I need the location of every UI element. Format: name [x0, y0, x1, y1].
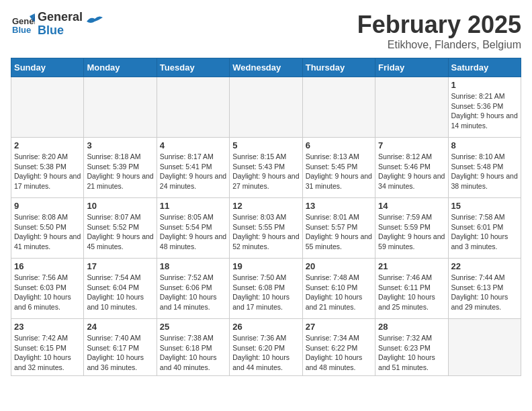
calendar-cell: 23Sunrise: 7:42 AM Sunset: 6:15 PM Dayli… — [11, 319, 84, 376]
header: General Blue General Blue February 2025 … — [11, 11, 521, 51]
calendar-cell — [230, 77, 302, 138]
calendar-header-row: SundayMondayTuesdayWednesdayThursdayFrid… — [11, 58, 521, 77]
calendar-cell: 3Sunrise: 8:18 AM Sunset: 5:39 PM Daylig… — [84, 138, 157, 198]
day-number: 7 — [378, 140, 445, 150]
day-number: 21 — [378, 261, 445, 271]
calendar-cell — [84, 77, 157, 138]
day-number: 16 — [14, 261, 81, 271]
calendar-cell: 25Sunrise: 7:38 AM Sunset: 6:18 PM Dayli… — [157, 319, 229, 376]
day-number: 17 — [87, 261, 153, 271]
day-info: Sunrise: 7:46 AM Sunset: 6:11 PM Dayligh… — [378, 273, 445, 312]
day-number: 4 — [160, 140, 226, 150]
day-number: 19 — [232, 261, 299, 271]
day-info: Sunrise: 7:52 AM Sunset: 6:06 PM Dayligh… — [160, 273, 226, 312]
day-number: 13 — [306, 201, 372, 211]
day-number: 8 — [451, 140, 518, 150]
calendar-cell: 15Sunrise: 7:58 AM Sunset: 6:01 PM Dayli… — [448, 198, 521, 259]
calendar-cell: 28Sunrise: 7:32 AM Sunset: 6:23 PM Dayli… — [375, 319, 448, 376]
calendar-cell: 5Sunrise: 8:15 AM Sunset: 5:43 PM Daylig… — [230, 138, 302, 198]
day-number: 20 — [306, 261, 372, 271]
calendar-table: SundayMondayTuesdayWednesdayThursdayFrid… — [11, 58, 521, 376]
calendar-cell: 24Sunrise: 7:40 AM Sunset: 6:17 PM Dayli… — [84, 319, 157, 376]
day-info: Sunrise: 8:21 AM Sunset: 5:36 PM Dayligh… — [451, 91, 518, 131]
calendar-cell: 12Sunrise: 8:03 AM Sunset: 5:55 PM Dayli… — [230, 198, 302, 259]
day-number: 25 — [160, 322, 226, 332]
day-info: Sunrise: 7:36 AM Sunset: 6:20 PM Dayligh… — [232, 333, 299, 373]
calendar-cell: 6Sunrise: 8:13 AM Sunset: 5:45 PM Daylig… — [302, 138, 375, 198]
title-area: February 2025 Etikhove, Flanders, Belgiu… — [357, 11, 521, 51]
day-number: 15 — [451, 201, 518, 211]
day-info: Sunrise: 8:17 AM Sunset: 5:41 PM Dayligh… — [160, 152, 226, 191]
column-header-wednesday: Wednesday — [230, 58, 302, 77]
day-info: Sunrise: 7:58 AM Sunset: 6:01 PM Dayligh… — [451, 212, 518, 252]
day-info: Sunrise: 8:01 AM Sunset: 5:57 PM Dayligh… — [306, 212, 372, 252]
day-number: 1 — [451, 80, 518, 90]
calendar-week-2: 9Sunrise: 8:08 AM Sunset: 5:50 PM Daylig… — [11, 198, 521, 259]
column-header-friday: Friday — [375, 58, 448, 77]
calendar-cell — [375, 77, 448, 138]
day-number: 6 — [306, 140, 372, 150]
day-info: Sunrise: 7:59 AM Sunset: 5:59 PM Dayligh… — [378, 212, 445, 252]
day-info: Sunrise: 7:40 AM Sunset: 6:17 PM Dayligh… — [87, 333, 153, 373]
calendar-cell: 1Sunrise: 8:21 AM Sunset: 5:36 PM Daylig… — [448, 77, 521, 138]
calendar-cell: 22Sunrise: 7:44 AM Sunset: 6:13 PM Dayli… — [448, 259, 521, 319]
calendar-cell: 16Sunrise: 7:56 AM Sunset: 6:03 PM Dayli… — [11, 259, 84, 319]
calendar-cell — [11, 77, 84, 138]
column-header-thursday: Thursday — [302, 58, 375, 77]
day-number: 18 — [160, 261, 226, 271]
calendar-cell: 11Sunrise: 8:05 AM Sunset: 5:54 PM Dayli… — [157, 198, 229, 259]
column-header-monday: Monday — [84, 58, 157, 77]
calendar-cell: 10Sunrise: 8:07 AM Sunset: 5:52 PM Dayli… — [84, 198, 157, 259]
logo-line1: General — [38, 11, 83, 24]
day-number: 2 — [14, 140, 81, 150]
day-info: Sunrise: 7:38 AM Sunset: 6:18 PM Dayligh… — [160, 333, 226, 373]
day-info: Sunrise: 7:34 AM Sunset: 6:22 PM Dayligh… — [306, 333, 372, 373]
logo-icon: General Blue — [11, 11, 35, 35]
page-subtitle: Etikhove, Flanders, Belgium — [357, 39, 521, 51]
calendar-cell: 18Sunrise: 7:52 AM Sunset: 6:06 PM Dayli… — [157, 259, 229, 319]
column-header-saturday: Saturday — [448, 58, 521, 77]
logo-bird-icon — [87, 15, 103, 28]
calendar-cell: 8Sunrise: 8:10 AM Sunset: 5:48 PM Daylig… — [448, 138, 521, 198]
day-number: 11 — [160, 201, 226, 211]
day-info: Sunrise: 7:48 AM Sunset: 6:10 PM Dayligh… — [306, 273, 372, 312]
day-info: Sunrise: 8:15 AM Sunset: 5:43 PM Dayligh… — [232, 152, 299, 191]
calendar-cell: 21Sunrise: 7:46 AM Sunset: 6:11 PM Dayli… — [375, 259, 448, 319]
day-number: 26 — [232, 322, 299, 332]
calendar-week-4: 23Sunrise: 7:42 AM Sunset: 6:15 PM Dayli… — [11, 319, 521, 376]
svg-text:Blue: Blue — [12, 25, 31, 35]
calendar-cell: 19Sunrise: 7:50 AM Sunset: 6:08 PM Dayli… — [230, 259, 302, 319]
day-number: 14 — [378, 201, 445, 211]
column-header-tuesday: Tuesday — [157, 58, 229, 77]
day-number: 3 — [87, 140, 153, 150]
day-info: Sunrise: 8:05 AM Sunset: 5:54 PM Dayligh… — [160, 212, 226, 252]
calendar-cell — [448, 319, 521, 376]
day-info: Sunrise: 7:50 AM Sunset: 6:08 PM Dayligh… — [232, 273, 299, 312]
day-info: Sunrise: 7:56 AM Sunset: 6:03 PM Dayligh… — [14, 273, 81, 312]
day-info: Sunrise: 8:10 AM Sunset: 5:48 PM Dayligh… — [451, 152, 518, 191]
calendar-cell: 13Sunrise: 8:01 AM Sunset: 5:57 PM Dayli… — [302, 198, 375, 259]
calendar-cell: 17Sunrise: 7:54 AM Sunset: 6:04 PM Dayli… — [84, 259, 157, 319]
calendar-cell: 14Sunrise: 7:59 AM Sunset: 5:59 PM Dayli… — [375, 198, 448, 259]
day-number: 10 — [87, 201, 153, 211]
calendar-cell: 9Sunrise: 8:08 AM Sunset: 5:50 PM Daylig… — [11, 198, 84, 259]
day-number: 27 — [306, 322, 372, 332]
day-info: Sunrise: 7:44 AM Sunset: 6:13 PM Dayligh… — [451, 273, 518, 312]
day-info: Sunrise: 8:08 AM Sunset: 5:50 PM Dayligh… — [14, 212, 81, 252]
day-number: 23 — [14, 322, 81, 332]
day-info: Sunrise: 7:42 AM Sunset: 6:15 PM Dayligh… — [14, 333, 81, 373]
logo: General Blue General Blue — [11, 11, 103, 38]
day-info: Sunrise: 8:07 AM Sunset: 5:52 PM Dayligh… — [87, 212, 153, 252]
day-number: 9 — [14, 201, 81, 211]
calendar-week-3: 16Sunrise: 7:56 AM Sunset: 6:03 PM Dayli… — [11, 259, 521, 319]
calendar-cell: 7Sunrise: 8:12 AM Sunset: 5:46 PM Daylig… — [375, 138, 448, 198]
day-info: Sunrise: 8:03 AM Sunset: 5:55 PM Dayligh… — [232, 212, 299, 252]
logo-line2: Blue — [38, 24, 83, 38]
column-header-sunday: Sunday — [11, 58, 84, 77]
day-info: Sunrise: 8:20 AM Sunset: 5:38 PM Dayligh… — [14, 152, 81, 191]
calendar-cell: 4Sunrise: 8:17 AM Sunset: 5:41 PM Daylig… — [157, 138, 229, 198]
day-number: 12 — [232, 201, 299, 211]
calendar-cell: 2Sunrise: 8:20 AM Sunset: 5:38 PM Daylig… — [11, 138, 84, 198]
day-info: Sunrise: 8:13 AM Sunset: 5:45 PM Dayligh… — [306, 152, 372, 191]
calendar-cell — [157, 77, 229, 138]
